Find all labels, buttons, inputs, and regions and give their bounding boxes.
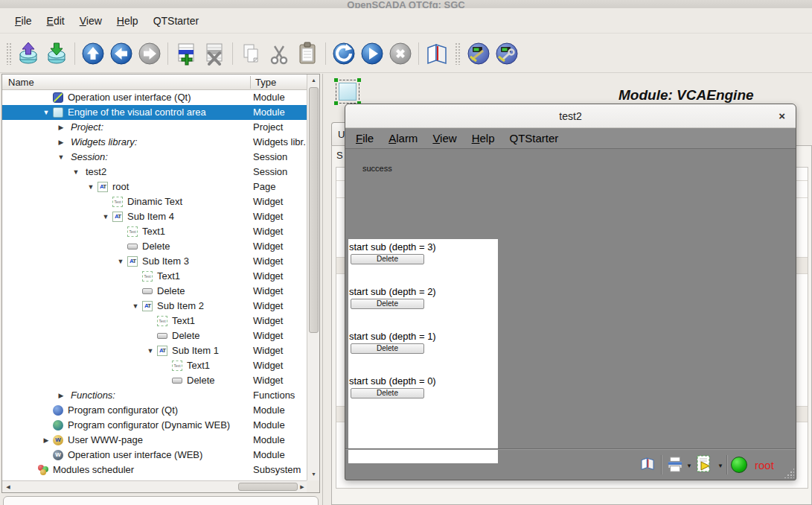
statusbar-separator	[726, 455, 727, 474]
tree-item-label: Modules scheduler	[53, 463, 134, 477]
module-cube-icon[interactable]	[336, 80, 359, 104]
main-menu-edit[interactable]: Edit	[39, 13, 72, 29]
collapse-icon[interactable]: ▼	[86, 180, 96, 194]
tree-row-text1[interactable]: TextText1Widget	[2, 269, 307, 284]
collapse-icon[interactable]: ▼	[130, 299, 141, 314]
delete-item-button[interactable]	[202, 41, 227, 66]
expand-icon[interactable]: ▶	[56, 135, 66, 150]
tree-vertical-scrollbar[interactable]: ▲ ▼	[307, 74, 319, 480]
paste-item-button[interactable]	[295, 41, 320, 66]
tree-row-text1[interactable]: TextText1Widget	[2, 358, 307, 373]
tree-row-operation-user-interface-web[interactable]: WOperation user interface (WEB)Module	[2, 448, 307, 463]
selection-handle[interactable]	[334, 101, 338, 105]
tree-row-text1[interactable]: TextText1Widget	[2, 224, 307, 239]
print-dropdown-icon[interactable]: ▼	[686, 463, 692, 469]
tree-row-sub-item-2[interactable]: ▼ATSub Item 2Widget	[2, 299, 307, 314]
refresh-button[interactable]	[331, 41, 357, 66]
qtstarter-tools-icon[interactable]	[494, 41, 520, 66]
collapse-icon[interactable]: ▼	[56, 150, 66, 165]
tree-row-user-www-page[interactable]: ▶WUser WWW-pageModule	[2, 433, 307, 448]
start-sub-label: start sub (depth = 1)	[349, 331, 436, 342]
dialog-menu-view[interactable]: View	[425, 130, 464, 147]
tree-row-engine-of-the-visual-control-area[interactable]: ▼Engine of the visual control areaModule	[2, 105, 307, 120]
vscroll-thumb[interactable]	[309, 87, 319, 333]
add-item-button[interactable]	[173, 41, 199, 66]
delete-button[interactable]: Delete	[351, 343, 424, 354]
save-to-db-button[interactable]	[44, 41, 69, 66]
tree-row-text1[interactable]: TextText1Widget	[2, 314, 307, 328]
tree-item-type: Widget	[253, 194, 283, 209]
delete-button[interactable]: Delete	[351, 388, 424, 398]
vca-cube-icon	[53, 107, 63, 118]
tree-row-session[interactable]: ▼Session:Session	[2, 150, 307, 165]
tree-row-delete[interactable]: DeleteWidget	[2, 239, 307, 254]
tree-row-delete[interactable]: DeleteWidget	[2, 328, 307, 343]
tree-horizontal-scrollbar[interactable]: ◀ ▶	[2, 480, 308, 492]
tree-row-sub-item-4[interactable]: ▼ATSub Item 4Widget	[2, 209, 307, 224]
scroll-right-icon[interactable]: ▶	[297, 482, 307, 492]
tree-row-sub-item-1[interactable]: ▼ATSub Item 1Widget	[2, 343, 307, 358]
toolbar-drag-handle[interactable]	[6, 42, 11, 65]
next-button[interactable]	[137, 41, 162, 66]
close-icon[interactable]: ×	[779, 109, 785, 122]
manual-icon[interactable]	[640, 457, 655, 473]
main-menu-file[interactable]: File	[7, 13, 39, 29]
copy-item-button[interactable]	[238, 41, 263, 66]
tree-row-sub-item-3[interactable]: ▼ATSub Item 3Widget	[2, 254, 307, 269]
print-icon[interactable]	[667, 457, 683, 475]
tree-row-delete[interactable]: DeleteWidget	[2, 284, 307, 299]
tree-row-modules-scheduler[interactable]: Modules schedulerSubsystem	[2, 463, 307, 477]
dialog-menu-file[interactable]: File	[348, 130, 381, 147]
previous-button[interactable]	[109, 41, 134, 66]
cut-item-button[interactable]	[266, 41, 292, 66]
main-menu-view[interactable]: View	[72, 13, 109, 29]
tree-row-test2[interactable]: ▼test2Session	[2, 165, 307, 180]
tree-row-program-configurator-dynamic-web[interactable]: Program configurator (Dynamic WEB)Module	[2, 418, 307, 433]
export-icon[interactable]	[695, 455, 713, 476]
scroll-left-icon[interactable]: ◀	[3, 482, 13, 492]
main-menu-help[interactable]: Help	[109, 13, 146, 29]
delete-button[interactable]: Delete	[351, 254, 424, 264]
hscroll-thumb[interactable]	[238, 483, 298, 491]
collapse-icon[interactable]: ▼	[115, 254, 126, 269]
scroll-up-icon[interactable]: ▲	[308, 75, 319, 86]
qtstarter-config-icon[interactable]	[466, 41, 491, 66]
dialog-menu-alarm[interactable]: Alarm	[381, 130, 425, 147]
expand-icon[interactable]: ▶	[56, 120, 66, 135]
tree-row-widgets-library[interactable]: ▶Widgets library:Widgets libr.	[2, 135, 307, 150]
manual-button[interactable]	[424, 41, 450, 66]
tree-row-project[interactable]: ▶Project:Project	[2, 120, 307, 135]
collapse-icon[interactable]: ▼	[71, 165, 81, 180]
user-button[interactable]: root	[755, 459, 774, 471]
expand-icon[interactable]: ▶	[41, 433, 51, 448]
expand-icon[interactable]: ▶	[56, 388, 66, 403]
selection-handle[interactable]	[334, 78, 338, 82]
selection-handle[interactable]	[357, 78, 361, 82]
tree-row-functions[interactable]: ▶Functions:Functions	[2, 388, 307, 403]
tree-row-program-configurator-qt[interactable]: Program configurator (Qt)Module	[2, 403, 307, 418]
tree-row-root[interactable]: ▼ATrootPage	[2, 180, 307, 194]
up-button[interactable]	[80, 41, 106, 66]
dialog-menu-help[interactable]: Help	[464, 130, 502, 147]
start-button[interactable]	[359, 41, 385, 66]
collapse-icon[interactable]: ▼	[100, 209, 111, 224]
collapse-icon[interactable]: ▼	[41, 105, 51, 120]
tree-row-operation-user-interface-qt[interactable]: Operation user interface (Qt)Module	[2, 90, 307, 105]
stop-button[interactable]	[388, 41, 413, 66]
toolbar-drag-handle[interactable]	[455, 42, 461, 65]
delete-button[interactable]: Delete	[351, 299, 424, 309]
resize-grip[interactable]	[784, 468, 794, 478]
dialog-menu-qtstarter[interactable]: QTStarter	[502, 130, 566, 147]
scrollbar-corner	[307, 480, 319, 492]
load-from-db-button[interactable]	[16, 41, 41, 66]
tree-header[interactable]: Name Type	[2, 74, 307, 90]
dialog-titlebar[interactable]: test2 ×	[345, 104, 796, 128]
export-dropdown-icon[interactable]: ▼	[717, 463, 723, 469]
column-separator[interactable]	[250, 76, 251, 89]
scroll-down-icon[interactable]: ▼	[308, 469, 319, 480]
collapse-icon[interactable]: ▼	[145, 343, 156, 358]
tree-row-dinamic-text[interactable]: TextDinamic TextWidget	[2, 194, 307, 209]
element-box-icon: AT	[157, 346, 167, 356]
tree-row-delete[interactable]: DeleteWidget	[2, 373, 307, 388]
main-menu-qtstarter[interactable]: QTStarter	[146, 13, 206, 29]
